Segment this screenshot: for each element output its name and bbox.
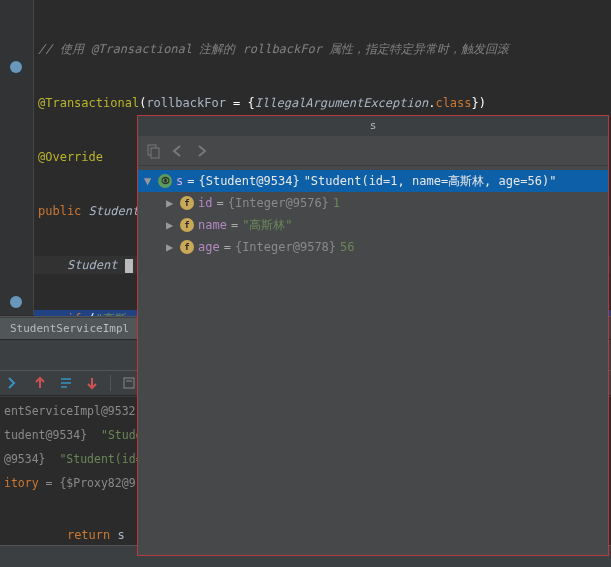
evaluate-icon[interactable] xyxy=(58,375,74,391)
popup-title: s xyxy=(138,116,608,136)
step-up-icon[interactable] xyxy=(32,375,48,391)
field-icon: f xyxy=(180,218,194,232)
tree-field-row[interactable]: ▶ f id = {Integer@9576} 1 xyxy=(138,192,608,214)
debug-inspect-popup[interactable]: s ▼ ⦿ s = {Student@9534} "Student(id=1, … xyxy=(137,115,609,556)
expand-arrow-icon[interactable]: ▶ xyxy=(166,196,176,210)
expand-arrow-icon[interactable]: ▶ xyxy=(166,218,176,232)
step-down-icon[interactable] xyxy=(84,375,100,391)
override-marker-icon[interactable] xyxy=(10,61,22,73)
annotation-override: @Override xyxy=(38,150,103,164)
field-icon: f xyxy=(180,196,194,210)
field-icon: f xyxy=(180,240,194,254)
tree-root-row[interactable]: ▼ ⦿ s = {Student@9534} "Student(id=1, na… xyxy=(138,170,608,192)
step-into-icon[interactable] xyxy=(6,375,22,391)
caret xyxy=(125,259,133,273)
file-tab[interactable]: StudentServiceImpl xyxy=(0,318,140,339)
variables-tree[interactable]: ▼ ⦿ s = {Student@9534} "Student(id=1, na… xyxy=(138,166,608,555)
calculator-icon[interactable] xyxy=(121,375,137,391)
comment-text: // 使用 @Transactional 注解的 rollbackFor 属性，… xyxy=(38,42,509,56)
expand-arrow-icon[interactable]: ▶ xyxy=(166,240,176,254)
object-icon: ⦿ xyxy=(158,174,172,188)
back-icon[interactable] xyxy=(170,143,186,159)
svg-rect-3 xyxy=(151,148,159,158)
svg-rect-0 xyxy=(124,378,134,388)
tree-field-row[interactable]: ▶ f name = "高斯林" xyxy=(138,214,608,236)
tree-field-row[interactable]: ▶ f age = {Integer@9578} 56 xyxy=(138,236,608,258)
expand-arrow-icon[interactable]: ▼ xyxy=(144,174,154,188)
copy-icon[interactable] xyxy=(146,143,162,159)
forward-icon[interactable] xyxy=(194,143,210,159)
editor-gutter xyxy=(0,0,34,315)
annotation: @Transactional xyxy=(38,96,139,110)
override-marker-icon[interactable] xyxy=(10,296,22,308)
popup-toolbar xyxy=(138,136,608,166)
